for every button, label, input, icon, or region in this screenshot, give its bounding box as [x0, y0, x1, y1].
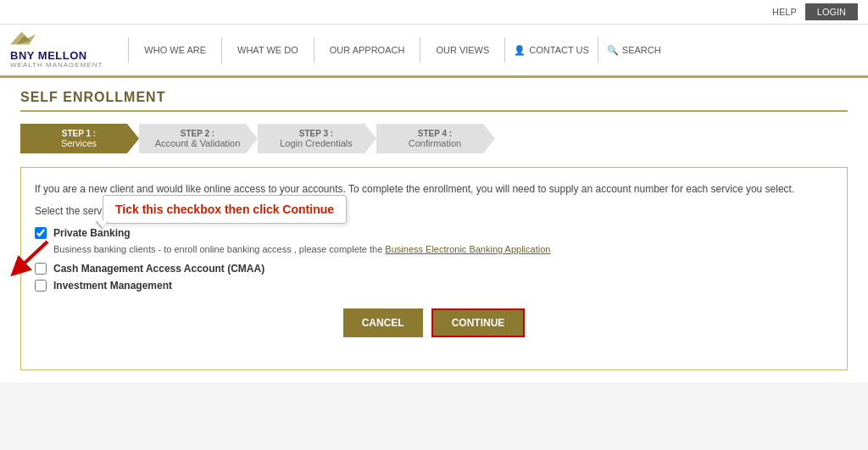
step-2-top: STEP 2 : [151, 129, 244, 138]
step-1-box: STEP 1 : Services [20, 124, 139, 153]
search-icon: 🔍 [607, 45, 619, 56]
header: BNY MELLON WEALTH MANAGEMENT WHO WE ARE … [0, 25, 868, 78]
step-4: STEP 4 : Confirmation [376, 124, 495, 153]
logo-name: BNY MELLON [10, 50, 87, 61]
nav-divider-1 [128, 37, 129, 63]
nav-contact[interactable]: 👤 CONTACT US [514, 45, 589, 56]
tooltip-text: Tick this checkbox then click Continue [115, 203, 334, 216]
nav-who-we-are[interactable]: WHO WE ARE [137, 45, 213, 55]
tooltip-box: Tick this checkbox then click Continue [103, 195, 347, 224]
nav-divider-4 [420, 37, 420, 63]
step-4-bottom: Confirmation [388, 138, 481, 148]
nav-what-we-do[interactable]: WHAT WE DO [231, 45, 305, 55]
arrow-indicator [9, 237, 52, 282]
step-3-box: STEP 3 : Login Credentials [258, 124, 376, 153]
page-title: SELF ENROLLMENT [20, 90, 848, 112]
step-3: STEP 3 : Login Credentials [258, 124, 376, 153]
nav-divider-3 [314, 37, 314, 63]
nav-our-views[interactable]: OUR VIEWS [429, 45, 496, 55]
step-1-bottom: Services [32, 138, 125, 148]
investment-label[interactable]: Investment Management [53, 280, 172, 292]
logo-bird-icon [10, 31, 36, 50]
private-banking-row-container: Private Banking Tick this checkbox then … [35, 227, 131, 244]
nav-our-approach[interactable]: OUR APPROACH [323, 45, 412, 55]
nav-divider-6 [598, 37, 598, 63]
step-4-box: STEP 4 : Confirmation [376, 124, 495, 153]
steps-indicator: STEP 1 : Services STEP 2 : Account & Val… [20, 124, 848, 153]
continue-button[interactable]: CONTINUE [431, 308, 526, 337]
search-label: SEARCH [622, 45, 661, 55]
step-1-top: STEP 1 : [32, 129, 125, 138]
step-2: STEP 2 : Account & Validation [139, 124, 258, 153]
cancel-button[interactable]: CANCEL [343, 308, 423, 337]
step-3-bottom: Login Credentials [270, 138, 363, 148]
top-bar-links: HELP LOGIN [772, 3, 858, 20]
login-button[interactable]: LOGIN [805, 3, 858, 20]
nav-search[interactable]: 🔍 SEARCH [607, 45, 661, 56]
main-nav: WHO WE ARE WHAT WE DO OUR APPROACH OUR V… [120, 37, 858, 63]
page-content: SELF ENROLLMENT STEP 1 : Services STEP 2… [0, 78, 868, 382]
investment-row: Investment Management [35, 280, 833, 292]
help-link[interactable]: HELP [772, 7, 797, 17]
step-4-top: STEP 4 : [388, 129, 481, 138]
step-3-top: STEP 3 : [270, 129, 363, 138]
tooltip-tip-fill [97, 220, 108, 228]
button-row: CANCEL CONTINUE [35, 308, 833, 337]
cmaa-row: Cash Management Access Account (CMAA) [35, 263, 833, 275]
private-banking-label[interactable]: Private Banking [53, 227, 131, 239]
logo-area: BNY MELLON WEALTH MANAGEMENT [10, 31, 103, 69]
nav-divider-2 [221, 37, 222, 63]
person-icon: 👤 [514, 45, 526, 56]
cmaa-label[interactable]: Cash Management Access Account (CMAA) [53, 263, 264, 275]
arrow-icon [9, 237, 52, 280]
logo-subtitle: WEALTH MANAGEMENT [10, 61, 103, 69]
step-2-box: STEP 2 : Account & Validation [139, 124, 258, 153]
top-bar: HELP LOGIN [0, 0, 868, 25]
step-2-bottom: Account & Validation [151, 138, 244, 148]
svg-line-3 [18, 242, 47, 269]
banking-app-link[interactable]: Business Electronic Banking Application [385, 244, 550, 254]
contact-us-label: CONTACT US [529, 45, 589, 55]
step-1: STEP 1 : Services [20, 124, 139, 153]
form-area: If you are a new client and would like o… [20, 167, 848, 370]
private-banking-sub: Business banking clients - to enroll onl… [53, 244, 833, 254]
nav-divider-5 [504, 37, 505, 63]
